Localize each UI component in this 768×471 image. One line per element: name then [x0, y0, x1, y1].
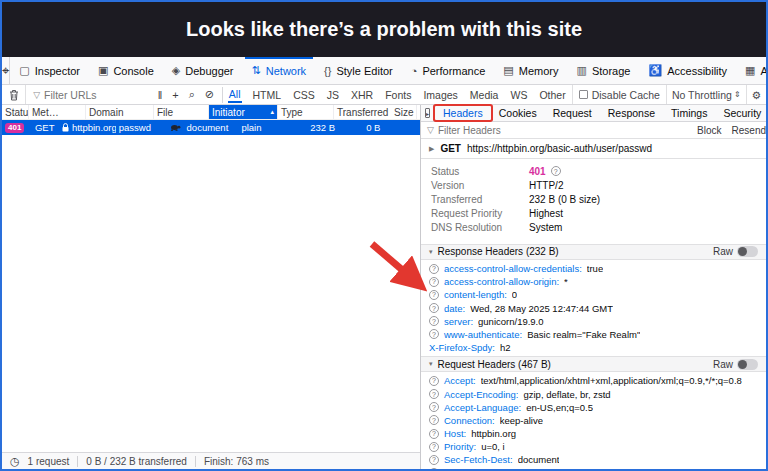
- devtools-tab[interactable]: ▣ Console: [89, 57, 163, 84]
- devtools-tab[interactable]: ⇅ Network: [243, 57, 316, 84]
- details-tab[interactable]: Cookies: [491, 106, 545, 120]
- header-value: keep-alive: [500, 415, 543, 426]
- filter-urls-input[interactable]: [44, 89, 150, 101]
- help-circle-icon[interactable]: ?: [429, 468, 439, 469]
- type-filter[interactable]: WS: [504, 85, 533, 104]
- devtools-tab[interactable]: ▤ Memory: [494, 57, 567, 84]
- panel-toggle-icon[interactable]: ▸: [425, 108, 430, 118]
- sort-arrow-icon: ▴: [270, 108, 274, 116]
- details-tab[interactable]: Request: [545, 106, 600, 120]
- new-request-icon[interactable]: +: [168, 89, 182, 101]
- request-row-selected[interactable]: 401 GET httpbin.org passwd document plai…: [2, 120, 420, 135]
- devtools-tab-icon: ⇅: [252, 64, 261, 77]
- type-filter[interactable]: Other: [533, 85, 571, 104]
- raw-toggle[interactable]: [737, 359, 758, 370]
- network-settings-button[interactable]: ⚙: [746, 85, 766, 104]
- header-row[interactable]: ? www-authenticate Basic realm="Fake Rea…: [421, 328, 766, 341]
- details-tab[interactable]: Headers: [435, 106, 491, 120]
- devtools-tab[interactable]: ♿ Accessibility: [639, 57, 736, 84]
- help-circle-icon[interactable]: ?: [429, 277, 439, 287]
- header-row[interactable]: ? date Wed, 28 May 2025 12:47:44 GMT: [421, 302, 766, 315]
- type-filter[interactable]: XHR: [345, 85, 379, 104]
- header-row[interactable]: ? Host httpbin.org: [421, 427, 766, 440]
- type-filter[interactable]: All: [223, 85, 247, 104]
- resend-button[interactable]: Resend: [732, 125, 766, 136]
- type-filter[interactable]: JS: [321, 85, 345, 104]
- column-header[interactable]: Transferred: [334, 105, 391, 119]
- divider: [77, 456, 78, 467]
- type-filter[interactable]: Images: [417, 85, 463, 104]
- devtools-tab[interactable]: ▦ Application: [736, 57, 768, 84]
- help-circle-icon[interactable]: ?: [429, 303, 439, 313]
- request-headers-section-header[interactable]: ▾ Request Headers (467 B) Raw: [421, 356, 766, 372]
- help-circle-icon[interactable]: ?: [429, 290, 439, 300]
- details-tab-label: Response: [608, 107, 655, 119]
- devtools-tab[interactable]: ◔ Performance: [402, 57, 495, 84]
- header-row[interactable]: ? Priority u=0, i: [421, 440, 766, 453]
- request-url-line[interactable]: ▶ GET https://httpbin.org/basic-auth/use…: [421, 139, 766, 159]
- help-circle-icon[interactable]: ?: [429, 455, 439, 465]
- header-row[interactable]: ? Sec-Fetch-Dest document: [421, 453, 766, 466]
- header-row[interactable]: ? server gunicorn/19.9.0: [421, 315, 766, 328]
- disable-cache-option[interactable]: Disable Cache: [572, 85, 666, 104]
- header-row[interactable]: ? access-control-allow-origin *: [421, 275, 766, 288]
- header-name: www-authenticate: [444, 329, 522, 340]
- filter-headers-input[interactable]: [438, 125, 693, 136]
- help-circle-icon[interactable]: ?: [429, 376, 439, 386]
- column-header[interactable]: Type: [278, 105, 334, 119]
- help-circle-icon[interactable]: ?: [429, 329, 439, 339]
- disable-cache-checkbox[interactable]: [579, 90, 588, 99]
- help-circle-icon[interactable]: ?: [429, 264, 439, 274]
- response-headers-section-header[interactable]: ▾ Response Headers (232 B) Raw: [421, 244, 766, 260]
- banner-title: Looks like there’s a problem with this s…: [186, 18, 582, 41]
- request-count: 1 request: [28, 456, 70, 467]
- summary-value: 401 ?: [529, 166, 561, 177]
- help-circle-icon[interactable]: ?: [429, 389, 439, 399]
- header-row[interactable]: X-Firefox-Spdy h2: [421, 341, 766, 354]
- header-row[interactable]: ? Connection keep-alive: [421, 414, 766, 427]
- header-row[interactable]: ? Accept-Encoding gzip, deflate, br, zst…: [421, 387, 766, 400]
- details-tab[interactable]: Response: [600, 106, 663, 120]
- header-row[interactable]: ? Accept text/html,application/xhtml+xml…: [421, 374, 766, 387]
- header-row[interactable]: ? access-control-allow-credentials true: [421, 262, 766, 275]
- help-circle-icon[interactable]: ?: [429, 402, 439, 412]
- header-row[interactable]: ? Sec-Fetch-Mode navigate: [421, 467, 766, 469]
- request-blocking-icon[interactable]: ⊘: [201, 88, 218, 101]
- devtools-tab[interactable]: ▥ Storage: [568, 57, 640, 84]
- method-cell: GET: [32, 120, 59, 135]
- type-filter[interactable]: Fonts: [379, 85, 417, 104]
- help-circle-icon[interactable]: ?: [551, 166, 561, 176]
- header-row[interactable]: ? content-length 0: [421, 288, 766, 301]
- header-row[interactable]: ? Accept-Language en-US,en;q=0.5: [421, 401, 766, 414]
- help-circle-icon[interactable]: ?: [429, 415, 439, 425]
- summary-label: Request Priority: [431, 208, 529, 219]
- column-header[interactable]: File: [154, 105, 209, 119]
- column-header[interactable]: Size: [391, 105, 417, 119]
- column-header[interactable]: Initiator ▴: [209, 105, 278, 119]
- devtools-tab[interactable]: ▢ Inspector: [10, 57, 89, 84]
- details-tab[interactable]: Security: [715, 106, 768, 120]
- block-button[interactable]: Block: [697, 125, 721, 136]
- help-circle-icon[interactable]: ?: [429, 442, 439, 452]
- raw-toggle[interactable]: [737, 246, 758, 257]
- help-circle-icon[interactable]: ?: [429, 316, 439, 326]
- column-header[interactable]: Status: [2, 105, 29, 119]
- pause-icon[interactable]: ‖: [154, 89, 167, 101]
- throttling-select[interactable]: No Throttling ⇕: [666, 85, 746, 104]
- type-filter-label: Media: [469, 88, 500, 102]
- search-icon[interactable]: ⌕: [185, 88, 199, 101]
- node-picker-button[interactable]: ⌖: [2, 57, 10, 84]
- column-header[interactable]: Domain: [86, 105, 154, 119]
- clear-requests-button[interactable]: [2, 85, 26, 104]
- devtools-tab[interactable]: {} Style Editor: [315, 57, 402, 84]
- type-filter[interactable]: HTML: [247, 85, 288, 104]
- details-tab[interactable]: Timings: [663, 106, 715, 120]
- devtools-tab-icon: ◔: [411, 65, 418, 77]
- column-header[interactable]: Met…: [29, 105, 86, 119]
- help-circle-icon[interactable]: ?: [429, 429, 439, 439]
- headers-filter-row: ▽ Block Resend: [421, 122, 766, 139]
- type-filter[interactable]: CSS: [287, 85, 321, 104]
- type-filter[interactable]: Media: [464, 85, 505, 104]
- devtools-tab[interactable]: ◈ Debugger: [163, 57, 243, 84]
- details-tab-label: Request: [553, 107, 592, 119]
